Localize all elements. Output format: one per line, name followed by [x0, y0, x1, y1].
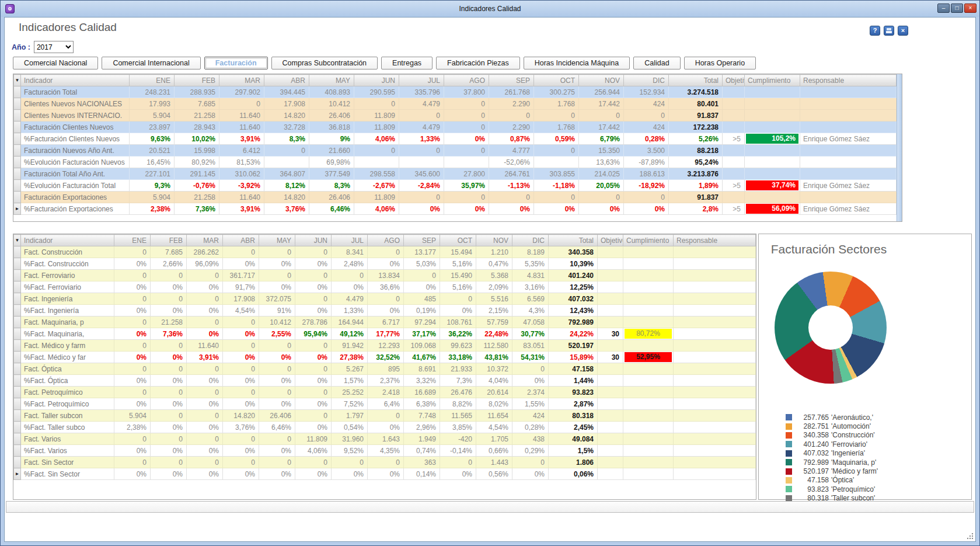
tab-comercial-nacional[interactable]: Comercial Nacional — [13, 57, 98, 69]
row-selector[interactable] — [14, 246, 21, 258]
table-row[interactable]: Fact. Ferroviario000361.71700013.834015.… — [14, 270, 756, 281]
column-header-objetivo[interactable]: Objetivo — [723, 75, 745, 86]
row-selector[interactable] — [14, 86, 21, 98]
table-row[interactable]: %Fact. Ingeniería0%0%0%4,54%91%0%1,33%0%… — [14, 305, 756, 317]
table-row[interactable]: Facturación Total Año Ant.227.101291.145… — [14, 168, 897, 180]
column-header-total[interactable]: Total — [669, 75, 723, 86]
table-row[interactable]: %Fact. Petroquímico0%0%0%0%0%0%7,52%6,4%… — [14, 398, 756, 410]
table-row[interactable]: %Fact. Óptica0%0%0%0%0%0%1,57%2,37%3,32%… — [14, 375, 756, 387]
column-header-jul[interactable]: JUL — [399, 75, 444, 86]
row-selector[interactable] — [14, 157, 21, 168]
column-header-indicador[interactable]: Indicador — [21, 75, 130, 86]
table-row[interactable]: Clientes Nuevos INTERNACIO.5.90421.25811… — [14, 110, 897, 121]
table-row[interactable]: Facturación Clientes Nuevos23.89728.9431… — [14, 121, 897, 133]
table-row[interactable]: Facturación Exportaciones5.90421.25811.6… — [14, 192, 897, 203]
column-header-feb[interactable]: FEB — [151, 235, 187, 246]
row-selector[interactable] — [14, 445, 21, 457]
table-row[interactable]: %Fact. Taller subco2,38%0%0%3,76%6,46%0%… — [14, 422, 756, 433]
row-selector[interactable] — [14, 168, 21, 180]
row-selector[interactable] — [14, 281, 21, 293]
table-row[interactable]: %Fact. Maquinaria,0%7,36%0%0%2,55%95,94%… — [14, 328, 756, 340]
table-row[interactable]: Clientes Nuevos NACIONALES17.9937.685017… — [14, 98, 897, 110]
column-header-oct[interactable]: OCT — [534, 75, 579, 86]
column-header-responsable[interactable]: Responsable — [674, 235, 756, 246]
table-row[interactable]: ►%Facturación Exportaciones2,38%7,36%3,9… — [14, 203, 897, 215]
panel-close-icon[interactable]: × — [898, 26, 908, 36]
row-selector[interactable] — [14, 340, 21, 352]
column-sort-arrow-icon[interactable]: ▼ — [14, 75, 21, 86]
table-row[interactable]: ►%Fact. Sin Sector0%0%0%0%0%0%0%0%0,14%0… — [14, 468, 756, 480]
column-header-abr[interactable]: ABR — [223, 235, 259, 246]
tab-horas-incidencia-m-quina[interactable]: Horas Incidencia Máquina — [524, 57, 630, 69]
table-row[interactable]: %Fact. Construcción0%2,66%96,09%0%0%0%2,… — [14, 258, 756, 270]
table-row[interactable]: Fact. Ingeniería00017.908372.07504.47904… — [14, 293, 756, 305]
table-row[interactable]: %Fact. Médico y far0%0%3,91%0%0%0%27,38%… — [14, 352, 756, 363]
row-selector[interactable] — [14, 375, 21, 387]
row-selector[interactable] — [14, 180, 21, 192]
column-header-objetivo[interactable]: Objetivo — [598, 235, 623, 246]
row-selector[interactable] — [14, 398, 21, 410]
column-header-mar[interactable]: MAR — [219, 75, 264, 86]
column-header-nov[interactable]: NOV — [476, 235, 512, 246]
resize-grip[interactable] — [967, 533, 974, 540]
row-selector[interactable] — [14, 258, 21, 270]
row-selector[interactable] — [14, 328, 21, 340]
save-icon[interactable] — [884, 26, 894, 36]
table-row[interactable]: %Fact. Varios0%0%0%0%0%4,06%9,52%4,35%0,… — [14, 445, 756, 457]
row-selector[interactable] — [14, 410, 21, 422]
column-header-jun[interactable]: JUN — [295, 235, 332, 246]
current-row-marker-icon[interactable]: ► — [14, 203, 21, 215]
maximize-button[interactable]: □ — [951, 4, 963, 13]
column-header-responsable[interactable]: Responsable — [800, 75, 897, 86]
close-button[interactable]: × — [964, 4, 976, 13]
row-selector[interactable] — [14, 192, 21, 203]
row-selector[interactable] — [14, 387, 21, 398]
column-header-abr[interactable]: ABR — [264, 75, 309, 86]
current-row-marker-icon[interactable]: ► — [14, 468, 21, 480]
column-header-jul[interactable]: JUL — [332, 235, 368, 246]
column-header-sep[interactable]: SEP — [489, 75, 534, 86]
column-header-may[interactable]: MAY — [309, 75, 354, 86]
column-header-dic[interactable]: DIC — [512, 235, 549, 246]
tab-horas-operario[interactable]: Horas Operario — [684, 57, 756, 69]
row-selector[interactable] — [14, 293, 21, 305]
table-row[interactable]: Fact. Petroquímico00000025.2522.41816.68… — [14, 387, 756, 398]
tab-calidad[interactable]: Calidad — [633, 57, 680, 69]
column-header-feb[interactable]: FEB — [175, 75, 219, 86]
table-row[interactable]: Fact. Óptica0000005.2678958.69121.93310.… — [14, 363, 756, 375]
table-row[interactable]: %Facturación Clientes Nuevos9,63%10,02%3… — [14, 133, 897, 145]
table-row[interactable]: Fact. Maquinaria, p021.2580010.412278.78… — [14, 317, 756, 328]
column-header-ago[interactable]: AGO — [368, 235, 404, 246]
tab-entregas[interactable]: Entregas — [381, 57, 433, 69]
table-row[interactable]: Facturación Nuevos Año Ant.20.52115.9986… — [14, 145, 897, 157]
row-selector[interactable] — [14, 457, 21, 468]
column-header-may[interactable]: MAY — [259, 235, 295, 246]
table1-vertical-scrollbar[interactable] — [897, 74, 902, 221]
help-icon[interactable]: ? — [870, 26, 880, 36]
table-row[interactable]: Fact. Varios0000011.80931.9601.6431.949-… — [14, 433, 756, 445]
row-selector[interactable] — [14, 433, 21, 445]
row-selector[interactable] — [14, 270, 21, 281]
tab-facturaci-n[interactable]: Facturación — [204, 57, 268, 69]
row-selector[interactable] — [14, 363, 21, 375]
table-row[interactable]: %Evolución Facturación Nuevos16,45%80,92… — [14, 157, 897, 168]
column-header-dic[interactable]: DIC — [624, 75, 669, 86]
tab-comercial-internacional[interactable]: Comercial Internacional — [102, 57, 200, 69]
row-selector[interactable] — [14, 305, 21, 317]
table-row[interactable]: Facturación Total248.231288.935297.90239… — [14, 86, 897, 98]
table-row[interactable]: Fact. Taller subcon5.9040014.82026.40601… — [14, 410, 756, 422]
table-row[interactable]: %Evolución Facturación Total9,3%-0,76%-3… — [14, 180, 897, 192]
column-header-ene[interactable]: ENE — [114, 235, 151, 246]
row-selector[interactable] — [14, 110, 21, 121]
row-selector[interactable] — [14, 145, 21, 157]
row-selector[interactable] — [14, 98, 21, 110]
minimize-button[interactable]: – — [937, 4, 950, 13]
column-header-total[interactable]: Total — [549, 235, 598, 246]
row-selector[interactable] — [14, 422, 21, 433]
column-header-jun[interactable]: JUN — [354, 75, 399, 86]
table-row[interactable]: %Fact. Ferroviario0%0%0%91,7%0%0%0%36,6%… — [14, 281, 756, 293]
column-header-cumplimiento[interactable]: Cumplimiento — [745, 75, 800, 86]
column-header-indicador[interactable]: Indicador — [21, 235, 114, 246]
tab-compras-subcontrataci-n[interactable]: Compras Subcontratación — [271, 57, 378, 69]
year-select[interactable]: 2017 — [34, 41, 74, 53]
